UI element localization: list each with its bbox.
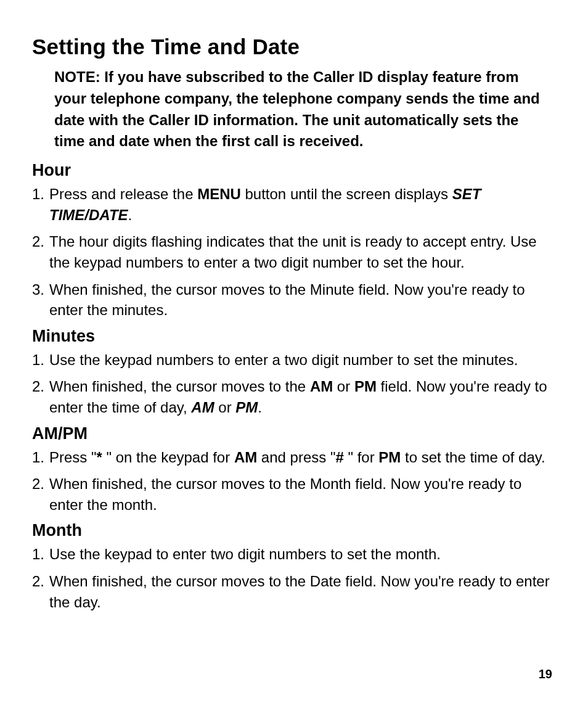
list-item: 1. Press and release the MENU button unt… (32, 184, 552, 225)
list-item: 1. Press "* " on the keypad for AM and p… (32, 447, 552, 468)
step-number: 1. (32, 350, 44, 371)
step-number: 2. (32, 376, 44, 397)
list-item: 1. Use the keypad numbers to enter a two… (32, 350, 552, 371)
am-label: AM (310, 378, 333, 395)
text-run: Press and release the (49, 186, 197, 202)
text-run: Press " (49, 449, 97, 466)
text-run: button until the screen displays (241, 186, 452, 202)
hash-key: # (335, 449, 343, 466)
star-key: * (97, 449, 102, 466)
minutes-heading: Minutes (32, 327, 552, 346)
text-run: and press " (257, 449, 335, 466)
ampm-heading: AM/PM (32, 424, 552, 443)
ampm-steps: 1. Press "* " on the keypad for AM and p… (32, 447, 552, 515)
step-number: 2. (32, 231, 44, 252)
list-item: 2. The hour digits flashing indicates th… (32, 231, 552, 273)
text-run: or (333, 378, 354, 395)
text-run: When finished, the cursor moves to the M… (49, 281, 525, 319)
text-run: or (214, 399, 236, 416)
list-item: 2. When finished, the cursor moves to th… (32, 571, 552, 612)
text-run: When finished, the cursor moves to the D… (49, 573, 550, 610)
text-run: . (258, 399, 262, 416)
step-number: 2. (32, 474, 44, 495)
page-number: 19 (539, 667, 552, 681)
note-paragraph: NOTE: If you have subscribed to the Call… (54, 67, 546, 152)
text-run: " on the keypad for (102, 449, 234, 466)
am-label: AM (234, 449, 257, 466)
step-number: 1. (32, 184, 44, 205)
am-italic-label: AM (191, 399, 214, 416)
pm-label: PM (378, 449, 401, 466)
text-run: When finished, the cursor moves to the M… (49, 475, 521, 513)
menu-label: MENU (197, 186, 241, 202)
list-item: 3. When finished, the cursor moves to th… (32, 279, 552, 321)
list-item: 2. When finished, the cursor moves to th… (32, 376, 552, 417)
hour-heading: Hour (32, 161, 552, 180)
pm-italic-label: PM (235, 399, 258, 416)
minutes-steps: 1. Use the keypad numbers to enter a two… (32, 350, 552, 418)
list-item: 2. When finished, the cursor moves to th… (32, 474, 552, 515)
text-run: Use the keypad numbers to enter a two di… (49, 351, 518, 368)
step-number: 1. (32, 447, 44, 468)
list-item: 1. Use the keypad to enter two digit num… (32, 544, 552, 565)
step-number: 1. (32, 544, 44, 565)
text-run: " for (344, 449, 379, 466)
text-run: The hour digits flashing indicates that … (49, 233, 537, 271)
hour-steps: 1. Press and release the MENU button unt… (32, 184, 552, 321)
text-run: When finished, the cursor moves to the (49, 378, 310, 395)
month-heading: Month (32, 521, 552, 540)
step-number: 3. (32, 279, 44, 300)
pm-label: PM (354, 378, 377, 395)
step-number: 2. (32, 571, 44, 592)
text-run: . (128, 207, 133, 223)
text-run: Use the keypad to enter two digit number… (49, 546, 441, 562)
month-steps: 1. Use the keypad to enter two digit num… (32, 544, 552, 612)
page-title: Setting the Time and Date (32, 35, 552, 59)
text-run: to set the time of day. (401, 449, 545, 466)
